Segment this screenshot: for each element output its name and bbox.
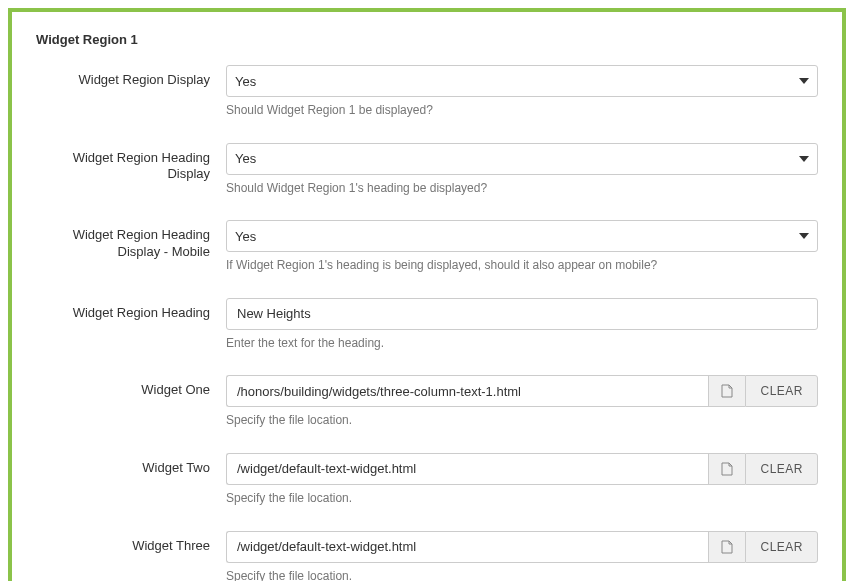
widget-one-browse-button[interactable]: [708, 375, 745, 407]
field-heading-display-mobile: Widget Region Heading Display - Mobile Y…: [36, 220, 818, 274]
field-label: Widget Region Heading: [36, 298, 226, 352]
widget-region-panel: Widget Region 1 Widget Region Display Ye…: [8, 8, 846, 581]
field-label: Widget Region Heading Display - Mobile: [36, 220, 226, 274]
field-label: Widget Two: [36, 453, 226, 507]
field-label: Widget Region Display: [36, 65, 226, 119]
field-hint: If Widget Region 1's heading is being di…: [226, 258, 818, 274]
widget-two-browse-button[interactable]: [708, 453, 745, 485]
heading-display-mobile-select[interactable]: Yes: [226, 220, 818, 252]
field-hint: Specify the file location.: [226, 569, 818, 581]
field-hint: Enter the text for the heading.: [226, 336, 818, 352]
field-control: Yes Should Widget Region 1's heading be …: [226, 143, 818, 197]
widget-three-clear-button[interactable]: CLEAR: [745, 531, 818, 563]
file-icon: [721, 540, 733, 554]
heading-display-select[interactable]: Yes: [226, 143, 818, 175]
field-label: Widget Three: [36, 531, 226, 581]
field-heading-display: Widget Region Heading Display Yes Should…: [36, 143, 818, 197]
widget-two-input[interactable]: [226, 453, 708, 485]
file-icon: [721, 462, 733, 476]
widget-two-clear-button[interactable]: CLEAR: [745, 453, 818, 485]
file-group: CLEAR: [226, 375, 818, 407]
field-widget-three: Widget Three CLEAR Specify the file loca…: [36, 531, 818, 581]
field-control: Enter the text for the heading.: [226, 298, 818, 352]
file-group: CLEAR: [226, 453, 818, 485]
field-widget-one: Widget One CLEAR Specify the file locati…: [36, 375, 818, 429]
widget-three-browse-button[interactable]: [708, 531, 745, 563]
field-label: Widget One: [36, 375, 226, 429]
field-heading: Widget Region Heading Enter the text for…: [36, 298, 818, 352]
file-group: CLEAR: [226, 531, 818, 563]
field-control: CLEAR Specify the file location.: [226, 375, 818, 429]
panel-title: Widget Region 1: [36, 32, 818, 47]
widget-three-input[interactable]: [226, 531, 708, 563]
heading-input[interactable]: [226, 298, 818, 330]
field-control: Yes If Widget Region 1's heading is bein…: [226, 220, 818, 274]
display-select[interactable]: Yes: [226, 65, 818, 97]
field-control: CLEAR Specify the file location.: [226, 453, 818, 507]
field-label: Widget Region Heading Display: [36, 143, 226, 197]
widget-one-input[interactable]: [226, 375, 708, 407]
field-hint: Specify the file location.: [226, 491, 818, 507]
field-display: Widget Region Display Yes Should Widget …: [36, 65, 818, 119]
field-hint: Should Widget Region 1's heading be disp…: [226, 181, 818, 197]
field-control: Yes Should Widget Region 1 be displayed?: [226, 65, 818, 119]
field-control: CLEAR Specify the file location.: [226, 531, 818, 581]
field-hint: Should Widget Region 1 be displayed?: [226, 103, 818, 119]
field-hint: Specify the file location.: [226, 413, 818, 429]
widget-one-clear-button[interactable]: CLEAR: [745, 375, 818, 407]
field-widget-two: Widget Two CLEAR Specify the file locati…: [36, 453, 818, 507]
file-icon: [721, 384, 733, 398]
